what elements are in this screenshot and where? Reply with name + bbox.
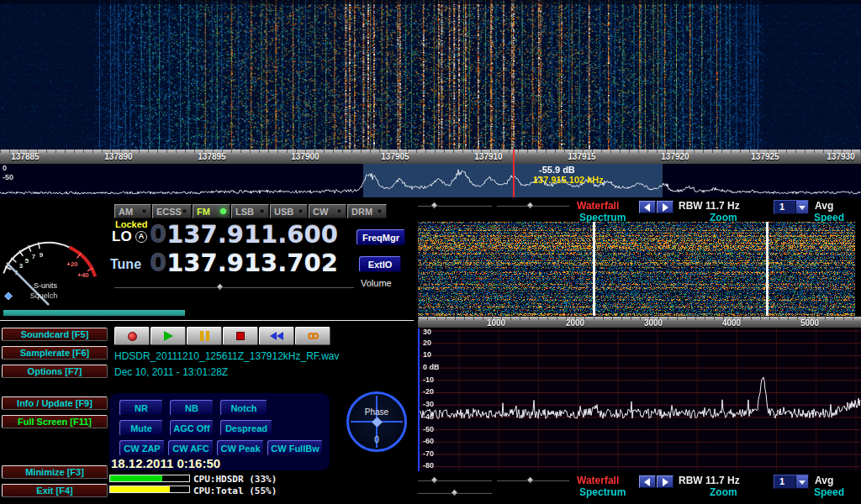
db-axis-label: -40 bbox=[423, 412, 434, 421]
freq-tick-label: 137895 bbox=[187, 152, 237, 161]
rbw-increase-button[interactable] bbox=[657, 475, 673, 488]
play-button[interactable] bbox=[151, 327, 186, 345]
rbw-decrease-button[interactable] bbox=[639, 201, 656, 213]
db-axis-label: 20 bbox=[423, 339, 431, 347]
mode-fm[interactable]: FM bbox=[193, 204, 230, 218]
pause-button[interactable] bbox=[187, 327, 222, 345]
options-button[interactable]: Options [F7] bbox=[2, 365, 108, 378]
mode-led-icon bbox=[259, 208, 265, 214]
cw-fullbw-button[interactable]: CW FullBw bbox=[267, 440, 323, 456]
db-axis-label: -10 bbox=[423, 375, 434, 384]
strip-spectrum-trace bbox=[0, 164, 861, 197]
stop-button[interactable] bbox=[223, 327, 258, 345]
waterfall-brightness-slider[interactable] bbox=[418, 476, 492, 485]
lo-frequency-display[interactable]: 0137.911.600 bbox=[150, 220, 338, 249]
smeter-tick-20: +20 bbox=[66, 260, 78, 268]
mode-lsb[interactable]: LSB bbox=[231, 204, 269, 218]
freq-tick-label: 137910 bbox=[463, 152, 514, 161]
waterfall-tab[interactable]: Waterfall bbox=[577, 475, 619, 486]
avg-select-value: 1 bbox=[779, 202, 784, 212]
af-waterfall-display[interactable] bbox=[418, 222, 855, 316]
db-axis-label: -20 bbox=[423, 387, 434, 396]
cw-zap-button[interactable]: CW ZAP bbox=[119, 440, 165, 456]
waterfall-contrast-slider[interactable] bbox=[497, 476, 569, 485]
main-spectrum-strip[interactable]: 0 -50 -55.9 dB 137.915.102 kHz bbox=[0, 164, 861, 197]
level-meter-yellow bbox=[109, 486, 190, 493]
spectrum-tab[interactable]: Spectrum bbox=[579, 486, 626, 498]
rewind-button[interactable] bbox=[259, 327, 294, 345]
dropdown-arrow-icon[interactable] bbox=[795, 201, 808, 213]
zoom-label: Zoom bbox=[710, 486, 737, 498]
nb-button[interactable]: NB bbox=[170, 400, 214, 416]
speed-label: Speed bbox=[814, 486, 844, 498]
soundcard-button[interactable]: Soundcard [F5] bbox=[2, 328, 108, 341]
volume-slider[interactable] bbox=[114, 283, 354, 291]
smeter-tick-40: +40 bbox=[77, 271, 89, 279]
mode-drm[interactable]: DRM bbox=[347, 204, 387, 218]
freqmgr-button[interactable]: FreqMgr bbox=[357, 229, 405, 245]
notch-button[interactable]: Notch bbox=[220, 400, 267, 416]
info-update-button[interactable]: Info / Update [F9] bbox=[2, 396, 108, 410]
cw-peak-button[interactable]: CW Peak bbox=[217, 440, 264, 456]
frequency-scale[interactable]: 137885 137890 137895 137900 137905 13791… bbox=[0, 150, 861, 164]
mode-am[interactable]: AM bbox=[114, 204, 151, 218]
rbw-increase-button[interactable] bbox=[657, 201, 673, 213]
despread-button[interactable]: Despread bbox=[220, 420, 272, 436]
smeter-tick-3: 3 bbox=[19, 262, 24, 270]
lo-digits[interactable]: 137.911.600 bbox=[166, 220, 338, 249]
freq-tick-label: 137900 bbox=[280, 152, 330, 161]
tune-frequency-display[interactable]: 0137.913.702 bbox=[150, 249, 338, 277]
agc-off-button[interactable]: AGC Off bbox=[170, 420, 214, 436]
loop-button[interactable] bbox=[295, 327, 330, 345]
cpu-hdsdr-readout: CPU:HDSDR (33%) bbox=[193, 474, 277, 485]
dropdown-arrow-icon[interactable] bbox=[795, 475, 808, 488]
tune-lead-digit: 0 bbox=[150, 249, 166, 277]
af-spectrum-display[interactable]: 30 20 10 0 dB -10 -20 -30 -40 -50 -60 -7… bbox=[418, 328, 861, 471]
rbw-readout: RBW 11.7 Hz bbox=[679, 475, 740, 486]
freq-tick-label: 137905 bbox=[370, 152, 420, 161]
rbw-decrease-button[interactable] bbox=[639, 475, 656, 488]
af-frequency-scale[interactable]: 1000 2000 3000 4000 5000 bbox=[418, 317, 861, 328]
divider-line bbox=[0, 320, 414, 321]
spectrum-gain-slider[interactable] bbox=[418, 489, 492, 497]
db-axis-label: 0 dB bbox=[423, 363, 440, 371]
af-tick-label: 4000 bbox=[710, 318, 753, 328]
avg-label: Avg bbox=[815, 200, 833, 212]
minimize-button[interactable]: Minimize [F3] bbox=[2, 465, 108, 479]
waterfall-contrast-slider[interactable] bbox=[497, 202, 569, 210]
squelch-slider-thumb[interactable] bbox=[5, 292, 13, 300]
phase-marker-icon bbox=[372, 417, 383, 428]
avg-select[interactable]: 1 bbox=[774, 475, 809, 489]
mode-cw[interactable]: CW bbox=[309, 204, 346, 218]
mode-usb[interactable]: USB bbox=[270, 204, 308, 218]
cw-afc-button[interactable]: CW AFC bbox=[168, 440, 214, 456]
mode-ecss[interactable]: ECSS bbox=[152, 204, 192, 218]
smeter-tick-7: 7 bbox=[32, 253, 36, 260]
volume-label: Volume bbox=[361, 278, 392, 288]
samplerate-button[interactable]: Samplerate [F6] bbox=[2, 346, 108, 360]
volume-slider-thumb[interactable] bbox=[216, 283, 224, 291]
freq-tick-label: 137915 bbox=[557, 152, 607, 161]
record-button[interactable] bbox=[114, 327, 150, 345]
mute-button[interactable]: Mute bbox=[119, 420, 163, 436]
smeter-title: S-units bbox=[34, 281, 58, 290]
avg-select[interactable]: 1 bbox=[774, 200, 809, 214]
signal-strength-bar bbox=[3, 310, 185, 316]
volume-slider-track[interactable] bbox=[114, 286, 354, 288]
freq-tick-label: 137885 bbox=[0, 152, 50, 161]
main-waterfall-display[interactable] bbox=[0, 0, 861, 150]
extio-button[interactable]: ExtIO bbox=[359, 256, 401, 272]
fullscreen-button[interactable]: Full Screen [F11] bbox=[2, 415, 108, 428]
lock-badge-icon[interactable]: A bbox=[135, 231, 147, 243]
db-axis-label: -30 bbox=[423, 400, 434, 408]
play-icon bbox=[164, 331, 173, 341]
exit-button[interactable]: Exit [F4] bbox=[2, 484, 108, 497]
af-tick-label: 3000 bbox=[632, 318, 674, 328]
waterfall-brightness-slider[interactable] bbox=[418, 202, 492, 210]
tune-digits[interactable]: 137.913.702 bbox=[166, 249, 338, 277]
level-meter-green bbox=[109, 475, 190, 482]
nr-button[interactable]: NR bbox=[119, 400, 163, 416]
display-control-bar-bottom: Waterfall RBW 11.7 Hz 1 Avg Spectrum Zoo… bbox=[414, 473, 861, 501]
rbw-readout: RBW 11.7 Hz bbox=[679, 200, 740, 212]
waterfall-tab[interactable]: Waterfall bbox=[577, 200, 619, 212]
